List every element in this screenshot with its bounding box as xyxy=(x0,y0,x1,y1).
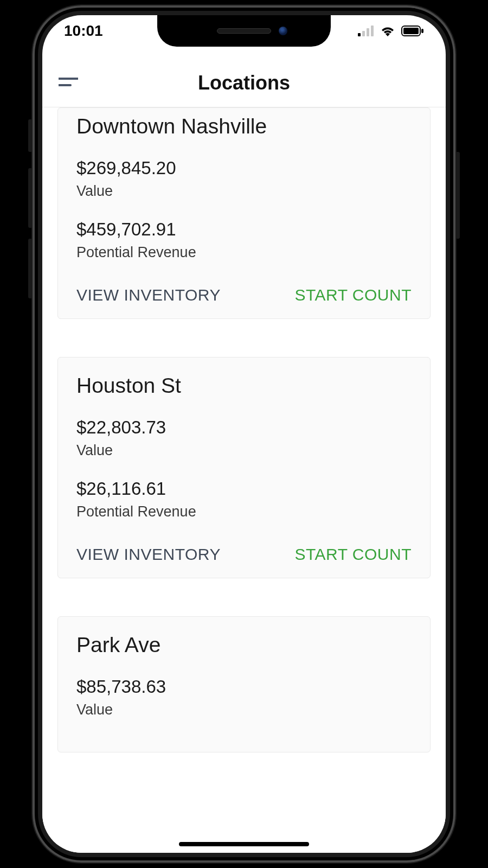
metric-revenue-block: $26,116.61 Potential Revenue xyxy=(76,478,412,520)
location-card: Park Ave $85,738.63 Value xyxy=(57,616,431,752)
svg-rect-5 xyxy=(403,28,419,34)
view-inventory-button[interactable]: VIEW INVENTORY xyxy=(76,286,221,304)
start-count-button[interactable]: START COUNT xyxy=(294,545,412,564)
app-bar: Locations xyxy=(42,59,446,107)
metric-value-block: $22,803.73 Value xyxy=(76,417,412,459)
potential-revenue-label: Potential Revenue xyxy=(76,244,412,261)
location-card: Houston St $22,803.73 Value $26,116.61 P… xyxy=(57,357,431,578)
svg-rect-6 xyxy=(421,29,423,33)
status-right xyxy=(358,25,424,37)
status-time: 10:01 xyxy=(64,22,103,40)
svg-rect-2 xyxy=(367,28,369,36)
power-button xyxy=(455,152,460,239)
mute-switch xyxy=(28,119,33,152)
view-inventory-button[interactable]: VIEW INVENTORY xyxy=(76,545,221,564)
battery-icon xyxy=(401,25,424,36)
volume-down-button xyxy=(28,239,33,298)
metric-revenue-block: $459,702.91 Potential Revenue xyxy=(76,219,412,261)
volume-up-button xyxy=(28,168,33,228)
front-camera xyxy=(279,27,287,35)
potential-revenue-amount: $459,702.91 xyxy=(76,219,412,240)
menu-icon[interactable] xyxy=(59,77,78,89)
phone-frame: 10:01 xyxy=(33,5,455,863)
metric-value-block: $269,845.20 Value xyxy=(76,158,412,200)
value-amount: $269,845.20 xyxy=(76,158,412,178)
home-indicator[interactable] xyxy=(179,842,309,846)
value-amount: $22,803.73 xyxy=(76,417,412,438)
speaker-grille xyxy=(217,28,271,34)
page-title: Locations xyxy=(59,72,429,94)
metric-value-block: $85,738.63 Value xyxy=(76,676,412,718)
location-card: Downtown Nashville $269,845.20 Value $45… xyxy=(57,107,431,319)
svg-rect-1 xyxy=(362,31,365,36)
start-count-button[interactable]: START COUNT xyxy=(294,286,412,304)
wifi-icon xyxy=(380,25,396,37)
card-actions: VIEW INVENTORY START COUNT xyxy=(76,545,412,564)
location-name: Downtown Nashville xyxy=(76,114,412,138)
potential-revenue-label: Potential Revenue xyxy=(76,503,412,520)
value-amount: $85,738.63 xyxy=(76,676,412,697)
svg-rect-3 xyxy=(371,25,374,36)
value-label: Value xyxy=(76,183,412,200)
potential-revenue-amount: $26,116.61 xyxy=(76,478,412,499)
svg-rect-0 xyxy=(358,33,361,36)
content-scroll[interactable]: Downtown Nashville $269,845.20 Value $45… xyxy=(42,107,446,853)
value-label: Value xyxy=(76,442,412,459)
location-name: Park Ave xyxy=(76,633,412,657)
location-name: Houston St xyxy=(76,374,412,398)
value-label: Value xyxy=(76,701,412,718)
cellular-signal-icon xyxy=(358,25,374,36)
phone-screen: 10:01 xyxy=(42,15,446,853)
notch xyxy=(157,15,331,47)
card-actions: VIEW INVENTORY START COUNT xyxy=(76,286,412,304)
